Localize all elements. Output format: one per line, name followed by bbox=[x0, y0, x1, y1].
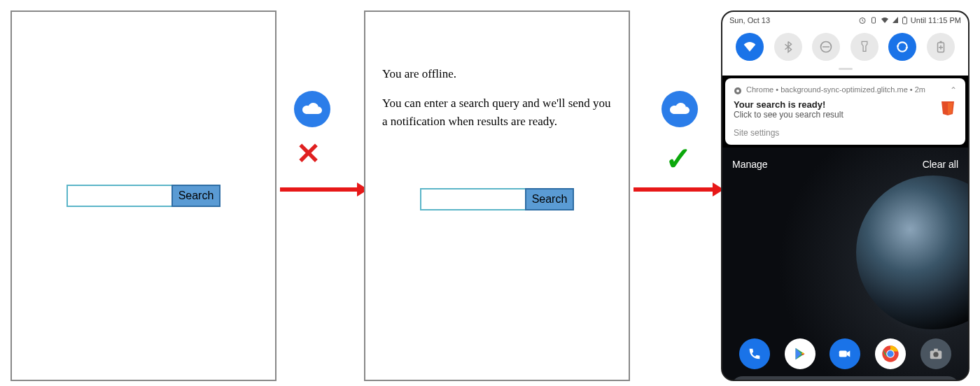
camera-icon bbox=[928, 346, 944, 362]
svg-rect-2 bbox=[902, 17, 906, 24]
wifi-icon bbox=[743, 40, 757, 54]
cloud-offline-badge bbox=[662, 91, 698, 127]
svg-rect-3 bbox=[904, 17, 905, 18]
battery-saver-icon bbox=[936, 41, 946, 53]
dock-phone-app[interactable] bbox=[739, 338, 770, 369]
dock-camera-app[interactable] bbox=[920, 338, 951, 369]
notif-time: 2m bbox=[915, 85, 925, 94]
offline-body: You can enter a search query and we'll s… bbox=[382, 94, 612, 130]
phone-icon bbox=[747, 346, 762, 362]
bluetooth-icon bbox=[782, 41, 794, 53]
offline-heading: You are offline. bbox=[382, 65, 612, 83]
qs-bluetooth-button[interactable] bbox=[774, 33, 802, 61]
search-form: Search bbox=[420, 188, 574, 210]
cloud-icon bbox=[301, 101, 323, 117]
svg-point-13 bbox=[887, 350, 893, 357]
auto-rotate-icon bbox=[895, 40, 909, 54]
dock-play-store-app[interactable] bbox=[785, 338, 816, 369]
status-bar: Sun, Oct 13 Until 11:15 PM bbox=[729, 16, 961, 24]
home-search-bar[interactable] bbox=[731, 376, 960, 381]
wifi-status-icon bbox=[881, 16, 889, 24]
manage-button[interactable]: Manage bbox=[732, 159, 768, 170]
qs-flashlight-button[interactable] bbox=[850, 33, 878, 61]
qs-dnd-button[interactable] bbox=[812, 33, 840, 61]
phone-notification-shade: Sun, Oct 13 Until 11:15 PM bbox=[722, 12, 968, 76]
svg-rect-16 bbox=[934, 349, 938, 352]
html5-icon bbox=[939, 100, 956, 117]
notif-large-icon bbox=[939, 99, 957, 117]
signal-icon bbox=[892, 16, 899, 24]
chevron-up-icon[interactable]: ⌃ bbox=[950, 85, 957, 95]
chrome-small-icon bbox=[734, 87, 742, 95]
search-form: Search bbox=[66, 185, 220, 207]
cloud-icon bbox=[668, 101, 691, 117]
video-icon bbox=[837, 346, 853, 362]
arrow-1 bbox=[280, 187, 358, 192]
notification-app-row: Chrome • background-sync-optimized.glitc… bbox=[734, 85, 925, 94]
shade-drag-handle[interactable] bbox=[839, 68, 853, 70]
qs-autorotate-button[interactable] bbox=[888, 33, 916, 61]
panel-initial-search: Search bbox=[10, 10, 276, 381]
phone-wallpaper-area: Manage Clear all bbox=[722, 148, 968, 381]
notification-header: Chrome • background-sync-optimized.glitc… bbox=[734, 85, 957, 95]
wallpaper-earth-graphic bbox=[856, 176, 969, 329]
chrome-icon bbox=[881, 344, 900, 364]
notif-title: Your search is ready! bbox=[734, 99, 844, 110]
status-until-text: Until 11:15 PM bbox=[911, 16, 961, 24]
search-button[interactable]: Search bbox=[525, 188, 574, 210]
dnd-icon bbox=[819, 40, 833, 54]
arrow-2 bbox=[634, 187, 714, 192]
play-store-icon bbox=[792, 346, 808, 362]
home-dock bbox=[722, 338, 968, 369]
status-icons: Until 11:15 PM bbox=[858, 16, 961, 24]
quick-settings-row bbox=[729, 30, 961, 68]
notif-body: Click to see you search result bbox=[734, 110, 844, 120]
vibrate-icon bbox=[869, 16, 878, 24]
notif-source: background-sync-optimized.glitch.me bbox=[780, 85, 908, 94]
panel-offline-message: You are offline. You can enter a search … bbox=[364, 10, 630, 381]
svg-rect-7 bbox=[939, 41, 941, 43]
cloud-offline-badge bbox=[294, 91, 330, 127]
notif-action-site-settings[interactable]: Site settings bbox=[734, 128, 957, 138]
status-date: Sun, Oct 13 bbox=[729, 16, 770, 24]
dock-duo-app[interactable] bbox=[830, 338, 860, 369]
shade-footer: Manage Clear all bbox=[722, 153, 968, 176]
qs-battery-saver-button[interactable] bbox=[927, 33, 955, 61]
dock-chrome-app[interactable] bbox=[875, 338, 906, 369]
alarm-icon bbox=[858, 16, 867, 24]
svg-point-15 bbox=[933, 352, 938, 357]
qs-wifi-button[interactable] bbox=[736, 33, 764, 61]
notif-app-name: Chrome bbox=[746, 85, 774, 94]
clear-all-button[interactable]: Clear all bbox=[923, 159, 958, 170]
search-input[interactable] bbox=[420, 188, 525, 210]
panel-phone-notification: Sun, Oct 13 Until 11:15 PM bbox=[721, 10, 969, 381]
search-input[interactable] bbox=[66, 185, 172, 207]
battery-status-icon bbox=[902, 16, 908, 24]
notification-card[interactable]: Chrome • background-sync-optimized.glitc… bbox=[725, 78, 965, 145]
search-button[interactable]: Search bbox=[172, 185, 220, 207]
svg-point-9 bbox=[736, 90, 739, 92]
svg-rect-1 bbox=[872, 17, 875, 23]
flashlight-icon bbox=[859, 41, 870, 53]
notification-content: Your search is ready! Click to see you s… bbox=[734, 99, 957, 128]
svg-rect-10 bbox=[839, 350, 847, 357]
cross-icon: ✕ bbox=[296, 136, 321, 171]
check-icon: ✓ bbox=[665, 140, 692, 178]
